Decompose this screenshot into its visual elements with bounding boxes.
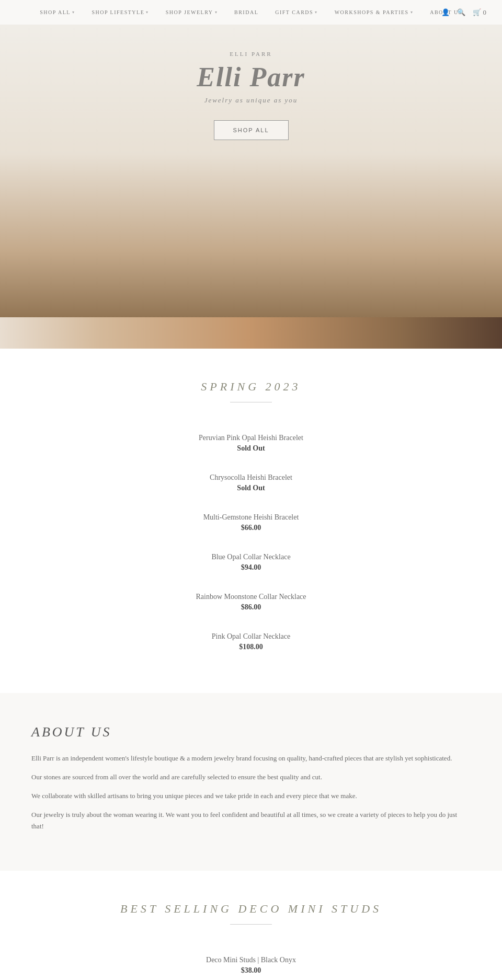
about-paragraph-1: Elli Parr is an independent women's life…: [31, 753, 471, 764]
chevron-down-icon: ▾: [215, 10, 218, 15]
spring-section-title: SPRING 2023: [21, 380, 481, 394]
list-item[interactable]: Multi-Gemstone Heishi Bracelet $66.00: [21, 503, 481, 543]
hero-subtitle: Elli Parr: [230, 51, 272, 57]
search-icon[interactable]: 🔍: [457, 8, 465, 17]
list-item[interactable]: Peruvian Pink Opal Heishi Bracelet Sold …: [21, 423, 481, 463]
hero-title: Elli Parr: [197, 62, 305, 92]
nav-workshops-parties[interactable]: WORKSHOPS & PARTIES ▾: [335, 9, 414, 15]
about-paragraph-3: We collaborate with skilled artisans to …: [31, 790, 471, 802]
spring-product-list: Peruvian Pink Opal Heishi Bracelet Sold …: [21, 423, 481, 662]
chevron-down-icon: ▾: [146, 10, 149, 15]
section-divider: [230, 924, 272, 925]
hero-section: Elli Parr Elli Parr Jewelry as unique as…: [0, 25, 502, 349]
hero-tagline: Jewelry as unique as you: [204, 96, 298, 105]
nav-gift-cards[interactable]: GIFT CARDS ▾: [275, 9, 317, 15]
header: SHOP ALL ▾ SHOP LIFESTYLE ▾ SHOP JEWELRY…: [0, 0, 502, 25]
nav-shop-jewelry[interactable]: SHOP JEWELRY ▾: [166, 9, 218, 15]
cart-icon[interactable]: 🛒 0: [473, 8, 486, 17]
about-section: ABOUT US Elli Parr is an independent wom…: [0, 693, 502, 871]
chevron-down-icon: ▾: [410, 10, 414, 15]
hero-shop-all-button[interactable]: SHOP ALL: [214, 120, 289, 140]
account-icon[interactable]: 👤: [441, 8, 450, 17]
hero-image-strip: [0, 317, 502, 349]
spring-2023-section: SPRING 2023 Peruvian Pink Opal Heishi Br…: [0, 349, 502, 693]
chevron-down-icon: ▾: [315, 10, 318, 15]
nav-bridal[interactable]: BRIDAL: [234, 9, 258, 15]
list-item[interactable]: Pink Opal Collar Necklace $108.00: [21, 622, 481, 662]
nav-shop-all[interactable]: SHOP ALL ▾: [40, 9, 75, 15]
nav-bar: SHOP ALL ▾ SHOP LIFESTYLE ▾ SHOP JEWELRY…: [0, 0, 502, 25]
about-paragraph-2: Our stones are sourced from all over the…: [31, 771, 471, 783]
chevron-down-icon: ▾: [72, 10, 75, 15]
section-divider: [230, 402, 272, 402]
best-selling-title: BEST SELLING DECO MINI STUDS: [21, 902, 481, 916]
best-selling-product-list: Deco Mini Studs | Black Onyx $38.00 Deco…: [21, 946, 481, 980]
list-item[interactable]: Blue Opal Collar Necklace $94.00: [21, 543, 481, 582]
about-title: ABOUT US: [31, 724, 471, 740]
nav-shop-lifestyle[interactable]: SHOP LIFESTYLE ▾: [92, 9, 149, 15]
list-item[interactable]: Rainbow Moonstone Collar Necklace $86.00: [21, 582, 481, 622]
list-item[interactable]: Deco Mini Studs | Black Onyx $38.00: [21, 946, 481, 980]
best-selling-section: BEST SELLING DECO MINI STUDS Deco Mini S…: [0, 871, 502, 980]
list-item[interactable]: Chrysocolla Heishi Bracelet Sold Out: [21, 463, 481, 503]
nav-icons: 👤 🔍 🛒 0: [441, 8, 486, 17]
about-paragraph-4: Our jewelry is truly about the woman wea…: [31, 809, 471, 832]
